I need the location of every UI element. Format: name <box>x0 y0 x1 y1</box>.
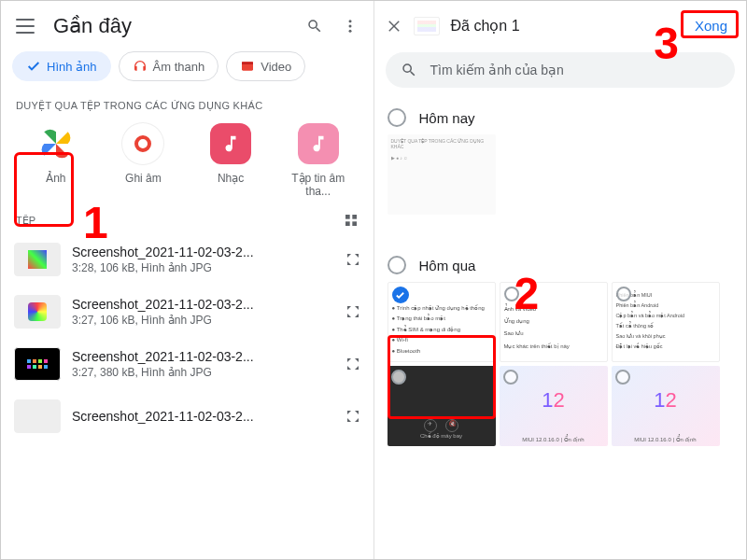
gallery-item[interactable]: Ảnh và videoỨng dụngSao lưuMục khác trên… <box>500 282 608 362</box>
unselected-radio-icon <box>391 370 406 385</box>
app-music[interactable]: Nhạc <box>193 123 268 198</box>
file-thumb <box>14 347 61 381</box>
close-icon[interactable] <box>386 18 402 35</box>
apps-header: DUYỆT QUA TỆP TRONG CÁC ỨNG DỤNG KHÁC <box>1 91 374 118</box>
expand-icon[interactable] <box>345 252 360 267</box>
file-thumb <box>14 295 61 329</box>
app-recorder[interactable]: Ghi âm <box>106 123 180 198</box>
filter-chip-images[interactable]: Hình ảnh <box>12 51 111 81</box>
svg-rect-4 <box>242 62 253 64</box>
file-name: Screenshot_2021-11-02-03-2... <box>72 245 334 259</box>
filter-chip-video[interactable]: Video <box>226 51 305 81</box>
svg-point-1 <box>348 25 351 28</box>
grid-view-icon[interactable] <box>344 213 359 228</box>
svg-rect-6 <box>352 215 357 219</box>
svg-point-2 <box>348 30 351 33</box>
file-thumb <box>14 243 61 276</box>
filter-chip-audio[interactable]: Âm thanh <box>119 51 219 81</box>
music-note-icon <box>308 133 329 154</box>
file-name: Screenshot_2021-11-02-03-2... <box>72 409 334 424</box>
app-label: Nhạc <box>218 172 244 185</box>
expand-icon[interactable] <box>345 304 360 319</box>
search-input[interactable]: Tìm kiếm ảnh của bạn <box>386 52 736 88</box>
more-icon[interactable] <box>342 18 359 35</box>
record-icon <box>134 135 151 152</box>
unselected-radio-icon <box>504 287 519 301</box>
files-header: TỆP <box>16 215 35 227</box>
search-icon <box>401 62 417 78</box>
photos-icon <box>39 127 73 161</box>
file-name: Screenshot_2021-11-02-03-2... <box>72 297 334 312</box>
svg-point-0 <box>348 20 351 22</box>
expand-icon[interactable] <box>345 357 360 371</box>
file-row[interactable]: Screenshot_2021-11-02-03-2...3:27, 380 k… <box>1 338 374 390</box>
check-icon <box>392 287 409 303</box>
headphone-icon <box>133 59 148 74</box>
music-note-icon <box>220 133 241 154</box>
expand-icon[interactable] <box>345 409 360 424</box>
svg-rect-7 <box>345 221 350 226</box>
gallery-item[interactable]: 12 MIUI 12.0.16.0 | Ổn định <box>500 366 608 446</box>
unselected-radio-icon <box>503 370 518 385</box>
chip-label: Âm thanh <box>153 60 205 74</box>
gallery-item[interactable]: 12 MIUI 12.0.16.0 | Ổn định <box>612 366 720 446</box>
file-detail: 3:27, 380 kB, Hình ảnh JPG <box>72 366 334 379</box>
gallery-item[interactable]: Phiên bản MIUIPhiên bản AndroidCập bản v… <box>612 282 720 362</box>
unselected-radio-icon <box>616 287 631 301</box>
gallery-item[interactable]: ✈ 🔇 Chế độ máy bay <box>388 366 496 446</box>
selected-preview-icon <box>414 17 440 35</box>
menu-icon[interactable] <box>16 19 35 34</box>
unselected-radio-icon <box>615 370 630 385</box>
selection-title: Đã chọn 1 <box>451 17 676 35</box>
svg-rect-8 <box>352 221 357 226</box>
app-audio-files[interactable]: Tập tin âm tha... <box>281 123 356 198</box>
app-label: Ghi âm <box>125 172 162 185</box>
app-photos[interactable]: Ảnh <box>19 123 93 198</box>
done-button[interactable]: Xong <box>687 14 735 37</box>
group-header-today: Hôm nay <box>419 110 475 126</box>
app-label: Ảnh <box>46 172 65 185</box>
chip-label: Hình ảnh <box>47 60 97 74</box>
chip-label: Video <box>261 60 291 74</box>
file-row[interactable]: Screenshot_2021-11-02-03-2...3:28, 106 k… <box>1 233 374 286</box>
gallery-item-selected[interactable]: ● Trình cập nhật ứng dụng hệ thống ● Trạ… <box>388 282 496 362</box>
video-icon <box>240 59 255 74</box>
gallery-item[interactable]: DUYỆT QUA TỆP TRONG CÁC ỨNG DỤNG KHÁC▶ ●… <box>388 134 496 215</box>
svg-rect-5 <box>345 215 350 219</box>
page-title: Gần đây <box>53 14 132 38</box>
select-all-yesterday[interactable] <box>388 256 406 274</box>
file-row[interactable]: Screenshot_2021-11-02-03-2...3:27, 106 k… <box>1 286 374 338</box>
search-icon[interactable] <box>306 18 323 35</box>
group-header-yesterday: Hôm qua <box>419 258 476 273</box>
file-row[interactable]: Screenshot_2021-11-02-03-2... <box>1 390 374 442</box>
file-thumb <box>14 399 61 433</box>
app-label: Tập tin âm tha... <box>281 172 356 198</box>
file-detail: 3:28, 106 kB, Hình ảnh JPG <box>72 261 334 274</box>
check-icon <box>26 59 41 74</box>
file-detail: 3:27, 106 kB, Hình ảnh JPG <box>72 314 334 327</box>
file-name: Screenshot_2021-11-02-03-2... <box>72 349 334 364</box>
search-placeholder: Tìm kiếm ảnh của bạn <box>430 63 564 77</box>
select-all-today[interactable] <box>388 108 406 127</box>
